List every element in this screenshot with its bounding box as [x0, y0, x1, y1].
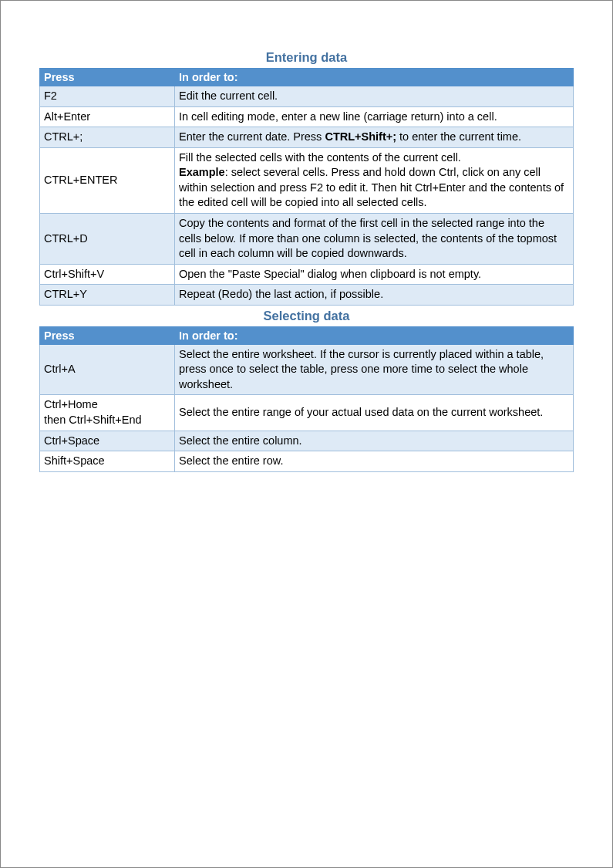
key-cell: Ctrl+Space	[40, 431, 175, 451]
table-row: CTRL+ENTER Fill the selected cells with …	[40, 147, 574, 213]
table-header-press: Press	[40, 326, 175, 344]
key-cell: Alt+Enter	[40, 106, 175, 127]
desc-cell: In cell editing mode, enter a new line (…	[175, 106, 574, 127]
desc-cell: Open the "Paste Special" dialog when cli…	[175, 264, 574, 285]
section-title: Selecting data	[39, 309, 574, 323]
table-row: CTRL+Y Repeat (Redo) the last action, if…	[40, 285, 574, 306]
desc-cell: Edit the current cell.	[175, 86, 574, 107]
table-row: CTRL+D Copy the contents and format of t…	[40, 213, 574, 264]
desc-cell: Enter the current date. Press CTRL+Shift…	[175, 127, 574, 148]
table-row: Ctrl+A Select the entire worksheet. If t…	[40, 344, 574, 395]
key-cell: CTRL+;	[40, 127, 175, 148]
desc-cell: Repeat (Redo) the last action, if possib…	[175, 285, 574, 306]
key-cell: Shift+Space	[40, 451, 175, 472]
desc-cell: Fill the selected cells with the content…	[175, 147, 574, 213]
table-header-action: In order to:	[175, 69, 574, 86]
table-header-action: In order to:	[175, 326, 574, 344]
desc-cell: Select the entire column.	[175, 431, 574, 451]
table-row: F2 Edit the current cell.	[40, 86, 574, 107]
key-cell: CTRL+Y	[40, 285, 175, 306]
desc-cell: Select the entire row.	[175, 451, 574, 472]
key-cell: CTRL+D	[40, 213, 175, 264]
key-cell: CTRL+ENTER	[40, 147, 175, 213]
key-cell: F2	[40, 86, 175, 107]
desc-cell: Copy the contents and format of the firs…	[175, 213, 574, 264]
desc-cell: Select the entire range of your actual u…	[175, 395, 574, 431]
table-header-press: Press	[40, 69, 175, 86]
section-title: Entering data	[39, 50, 574, 65]
key-cell: Ctrl+A	[40, 344, 175, 395]
shortcut-table-selecting: Press In order to: Ctrl+A Select the ent…	[39, 326, 574, 472]
table-row: Ctrl+Homethen Ctrl+Shift+End Select the …	[40, 395, 574, 431]
desc-cell: Select the entire worksheet. If the curs…	[175, 344, 574, 395]
document-page: Entering data Press In order to: F2 Edit…	[1, 1, 612, 511]
table-row: Ctrl+Space Select the entire column.	[40, 431, 574, 451]
key-cell: Ctrl+Homethen Ctrl+Shift+End	[40, 395, 175, 431]
table-row: Alt+Enter In cell editing mode, enter a …	[40, 106, 574, 127]
table-row: CTRL+; Enter the current date. Press CTR…	[40, 127, 574, 148]
shortcut-table-entering: Press In order to: F2 Edit the current c…	[39, 68, 574, 306]
key-cell: Ctrl+Shift+V	[40, 264, 175, 285]
table-row: Ctrl+Shift+V Open the "Paste Special" di…	[40, 264, 574, 285]
table-row: Shift+Space Select the entire row.	[40, 451, 574, 472]
